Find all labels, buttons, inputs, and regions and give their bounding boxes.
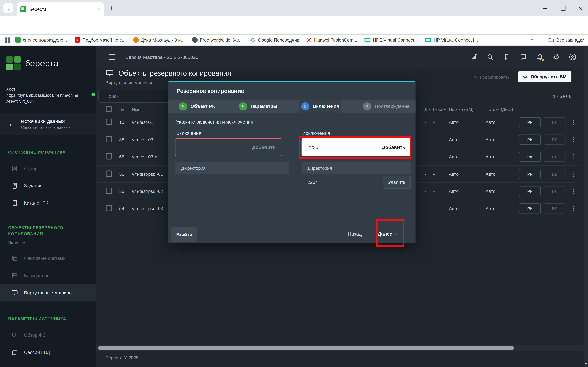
host-value: https://dynamix.basis.local/restmachine xyxy=(6,92,95,98)
app-top-bar: Версия Мастера - 25.2.2-365020 xyxy=(96,46,588,68)
host-status-dot xyxy=(91,92,95,96)
folder-icon xyxy=(548,37,554,42)
discover-vm-button[interactable]: Обнаружить ВМ xyxy=(518,71,571,82)
horizontal-scrollbar[interactable] xyxy=(96,345,583,351)
back-step-button[interactable]: Назад xyxy=(343,230,362,237)
browser-tab-strip: ⌄ Береста × + xyxy=(0,0,588,17)
tab-search-button[interactable]: ⌄ xyxy=(3,3,13,13)
modal-title: Резервное копирование xyxy=(177,88,244,94)
bookmark-item[interactable]: HPE Virtual Connect... xyxy=(365,37,418,42)
delete-button[interactable]: Удалить xyxy=(383,176,411,189)
vd-button[interactable]: ВД xyxy=(544,186,565,196)
sidebar-item-virtual-machines[interactable]: Виртуальные машины xyxy=(0,284,96,301)
backup-wizard-modal: Резервное копирование ✎ Объект РК ✎ Пара… xyxy=(168,81,415,243)
step-number: 3 xyxy=(301,102,310,110)
bookmark-item[interactable]: Подбор мазей по с... xyxy=(75,37,126,43)
bell-icon[interactable] xyxy=(536,53,544,61)
bookmark-item[interactable]: спелео подразделе... xyxy=(15,37,67,43)
sidebar-item-gvd-sessions[interactable]: Сессии ГВД xyxy=(0,344,96,361)
host-label: Хост: xyxy=(6,86,95,92)
browser-tab[interactable]: Береста × xyxy=(17,2,104,17)
footer-copyright: Береста © 2025 xyxy=(105,355,138,360)
pencil-icon: ✎ xyxy=(474,75,477,80)
row-kebab-icon[interactable] xyxy=(571,119,577,126)
beresta-logo-icon xyxy=(6,56,21,70)
vd-button[interactable]: ВД xyxy=(544,152,565,162)
rk-button[interactable]: РК xyxy=(519,134,541,145)
vd-button[interactable]: ВД xyxy=(544,203,565,214)
scroll-down-arrow-icon: ▼ xyxy=(584,362,588,366)
orange-badge-icon: ! xyxy=(133,37,138,43)
new-tab-button[interactable]: + xyxy=(110,4,113,12)
select-all-checkbox[interactable] xyxy=(106,106,112,112)
row-checkbox[interactable] xyxy=(106,187,112,194)
bookmarks-bar: спелео подразделе... Подбор мазей по с..… xyxy=(0,34,588,46)
row-kebab-icon[interactable] xyxy=(571,136,577,143)
back-arrow-icon: ← xyxy=(8,120,15,128)
row-kebab-icon[interactable] xyxy=(571,170,577,177)
rk-button[interactable]: РК xyxy=(519,152,541,162)
edit-button: ✎ Редактировать xyxy=(469,72,514,82)
row-kebab-icon[interactable] xyxy=(571,188,577,195)
step-backup-object[interactable]: ✎ Объект РК xyxy=(177,100,217,113)
bookmark-item[interactable]: GGoogle Переводчик xyxy=(250,37,299,43)
browser-toolbar: ← → ↻ ⓘ 127.0.0.1:4200/sources/virt/4/vm… xyxy=(0,17,588,34)
section-source-state: СОСТОЯНИЕ ИСТОЧНИКА xyxy=(8,149,88,155)
vertical-scrollbar[interactable]: ▼ xyxy=(584,46,588,367)
document-icon xyxy=(11,183,18,189)
row-checkbox[interactable] xyxy=(106,136,112,142)
screen: ⌄ Береста × + ← → ↻ ⓘ 127.0.0.1:4200/sou… xyxy=(0,0,588,367)
row-checkbox[interactable] xyxy=(106,153,112,159)
sidebar-back-datasources[interactable]: ← Источники данных Список источников дан… xyxy=(0,113,96,135)
rk-button[interactable]: РК xyxy=(519,169,541,179)
hamburger-menu-icon[interactable] xyxy=(109,54,115,60)
search-icon[interactable] xyxy=(486,53,494,61)
account-icon[interactable] xyxy=(569,53,577,61)
sidebar-item-tasks[interactable]: Задания xyxy=(0,177,96,194)
window-close-button[interactable] xyxy=(571,0,588,17)
window-minimize-button[interactable] xyxy=(536,0,553,17)
search-input[interactable] xyxy=(105,94,166,99)
database-icon xyxy=(11,272,18,279)
network-signal-icon[interactable] xyxy=(469,53,478,61)
apps-grid-icon[interactable] xyxy=(5,37,11,42)
rk-button[interactable]: РК xyxy=(519,117,541,127)
row-kebab-icon[interactable] xyxy=(571,153,577,160)
bookmarks-overflow-chevron[interactable]: » xyxy=(531,37,534,43)
exclusion-value: 2234 xyxy=(308,180,383,185)
search-box[interactable] xyxy=(98,90,177,103)
hpe-logo-icon xyxy=(365,38,371,42)
scrollbar-thumb[interactable] xyxy=(98,346,514,350)
inclusions-add-button: Добавить xyxy=(252,144,276,150)
bookmark-item[interactable]: Free worldwide Gar... xyxy=(192,37,243,43)
logo-text: береста xyxy=(25,58,59,68)
vd-button[interactable]: ВД xyxy=(544,117,565,127)
row-checkbox[interactable] xyxy=(106,119,112,125)
rk-button[interactable]: РК xyxy=(519,203,541,214)
bookmark-item[interactable]: !Дэйв Маклауд - 9 и... xyxy=(133,37,184,43)
sidebar-item-backup-catalog[interactable]: Каталог РК xyxy=(0,194,96,212)
app-logo[interactable]: береста xyxy=(6,56,59,70)
gear-icon[interactable]: ⚙ xyxy=(552,53,560,61)
exit-button[interactable]: Выйти xyxy=(172,227,197,242)
bookmark-item[interactable]: ✳Huawei FusionCom... xyxy=(306,37,357,43)
magnifier-icon xyxy=(523,74,528,79)
row-checkbox[interactable] xyxy=(106,205,112,211)
vd-button[interactable]: ВД xyxy=(544,134,565,145)
inclusion-path-input[interactable] xyxy=(182,144,252,150)
chat-icon[interactable] xyxy=(519,53,527,61)
row-checkbox[interactable] xyxy=(106,170,112,176)
rk-button[interactable]: РК xyxy=(519,186,541,196)
step-parameters[interactable]: ✎ Параметры xyxy=(237,100,279,113)
vd-button[interactable]: ВД xyxy=(544,169,565,179)
layers-icon xyxy=(11,349,18,356)
row-kebab-icon[interactable] xyxy=(571,205,577,212)
tab-close-icon[interactable]: × xyxy=(97,6,101,12)
window-maximize-button[interactable] xyxy=(554,0,571,17)
tab-title: Береста xyxy=(29,7,95,12)
bookmark-icon[interactable] xyxy=(502,53,511,61)
all-bookmarks-button[interactable]: Все закладки xyxy=(543,37,584,42)
bookmark-item[interactable]: HP Virtual Connect f... xyxy=(425,37,478,42)
step-inclusions[interactable]: 3 Включения xyxy=(299,100,341,113)
inclusions-input[interactable]: Добавить xyxy=(175,138,282,156)
